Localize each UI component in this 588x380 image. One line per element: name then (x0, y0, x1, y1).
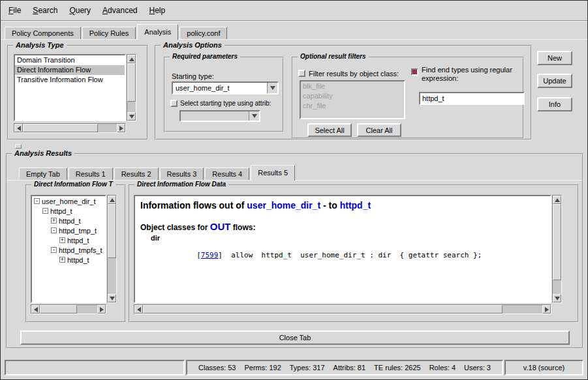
expand-toggle-icon[interactable]: + (59, 257, 65, 263)
sash-handle[interactable] (15, 144, 22, 149)
scroll-up-icon[interactable] (127, 55, 136, 63)
analysis-type-vscrollbar[interactable] (127, 54, 136, 121)
expand-toggle-icon[interactable]: + (51, 218, 57, 224)
analysis-results-title: Analysis Results (12, 149, 74, 157)
menu-help[interactable]: Help (149, 6, 165, 15)
tab-results-5[interactable]: Results 5 (251, 165, 295, 181)
analysis-type-title: Analysis Type (13, 41, 67, 49)
tab-underline (1, 39, 587, 40)
status-stats-panel: Classes: 53 Perms: 192 Types: 317 Attrib… (186, 360, 503, 375)
list-item[interactable]: chr_file (301, 101, 404, 111)
tab-results-3[interactable]: Results 3 (160, 168, 204, 181)
tree-item[interactable]: - httpd_tmp_t (32, 226, 105, 235)
flow-tree[interactable]: - user_home_dir_t - httpd_t + httpd_t - … (31, 195, 106, 303)
scroll-thumb[interactable] (143, 305, 503, 314)
tree-item-label: httpd_t (59, 217, 81, 225)
scroll-up-icon[interactable] (108, 196, 116, 204)
analysis-type-listbox[interactable]: Domain Transition Direct Information Flo… (14, 54, 126, 121)
list-item[interactable]: capability (301, 91, 404, 101)
menu-query[interactable]: Query (69, 6, 91, 15)
regex-checkbox-label-line2: expression: (422, 74, 458, 82)
scroll-thumb[interactable] (108, 204, 116, 258)
scroll-up-icon[interactable] (553, 196, 561, 204)
results-tab-bar: Empty Tab Results 1 Results 2 Results 3 … (19, 165, 296, 181)
tab-policy-components[interactable]: Policy Components (5, 27, 81, 40)
menu-separator (1, 20, 587, 22)
analysis-type-group: Analysis Type Domain Transition Direct I… (7, 45, 148, 140)
tree-item[interactable]: + httpd_t (32, 255, 105, 265)
tree-item[interactable]: - httpd_t (32, 206, 105, 216)
scroll-right-icon[interactable] (542, 305, 551, 314)
scroll-left-icon[interactable] (31, 305, 40, 314)
attrib-combobox[interactable] (179, 110, 260, 122)
attrib-checkbox[interactable] (170, 100, 178, 107)
tab-results-4[interactable]: Results 4 (205, 168, 249, 181)
starting-type-combobox[interactable]: user_home_dir_t (172, 81, 279, 95)
tree-item[interactable]: + httpd_t (32, 235, 105, 245)
scroll-right-icon[interactable] (117, 124, 125, 132)
new-button[interactable]: New (537, 51, 572, 65)
tree-vscrollbar[interactable] (107, 195, 117, 303)
info-button[interactable]: Info (537, 97, 572, 111)
menu-advanced[interactable]: Advanced (102, 6, 137, 15)
list-item[interactable]: blk_file (301, 81, 404, 91)
tree-hscrollbar[interactable] (31, 304, 106, 314)
tab-policy-conf[interactable]: policy.conf (179, 27, 227, 40)
data-vscrollbar[interactable] (552, 195, 562, 303)
object-class-filter-checkbox[interactable] (298, 70, 305, 77)
list-item-selected[interactable]: Direct Information Flow (15, 65, 125, 75)
scroll-thumb[interactable] (127, 63, 136, 102)
tab-empty[interactable]: Empty Tab (19, 168, 67, 181)
regex-input[interactable] (419, 92, 525, 105)
update-button[interactable]: Update (537, 74, 572, 88)
scroll-left-icon[interactable] (134, 305, 143, 314)
scroll-down-icon[interactable] (553, 294, 561, 302)
tree-item[interactable]: - user_home_dir_t (32, 196, 105, 206)
menu-file[interactable]: File (8, 6, 21, 15)
object-class-listbox[interactable]: blk_file capability chr_file (300, 80, 405, 119)
object-class-filter-label: Filter results by object class: (309, 70, 399, 78)
rule-number-link[interactable]: 7599 (201, 251, 219, 259)
expand-toggle-icon[interactable]: + (59, 237, 65, 243)
status-left-panel (5, 360, 185, 375)
tab-results-1[interactable]: Results 1 (69, 168, 113, 181)
scroll-thumb[interactable] (40, 305, 77, 314)
scroll-thumb[interactable] (553, 204, 561, 280)
tree-item[interactable]: + httpd_t (32, 216, 105, 226)
list-item[interactable]: Domain Transition (15, 55, 125, 65)
tab-analysis[interactable]: Analysis (137, 24, 178, 40)
flow-data-textarea[interactable]: Information flows out of user_home_dir_t… (134, 195, 551, 303)
regex-checkbox[interactable] (411, 68, 418, 76)
tab-policy-rules[interactable]: Policy Rules (82, 27, 136, 40)
data-hscrollbar[interactable] (134, 304, 551, 314)
regex-checkbox-label-line1: Find end types using regular (422, 66, 512, 74)
select-all-button[interactable]: Select All (307, 123, 352, 137)
tree-item[interactable]: - httpd_tmpfs_t (32, 245, 105, 255)
starting-type-value: user_home_dir_t (173, 83, 267, 93)
combobox-dropdown-icon[interactable] (249, 111, 259, 121)
tab-results-2[interactable]: Results 2 (114, 168, 159, 181)
expand-toggle-icon[interactable]: - (51, 227, 57, 233)
scroll-down-icon[interactable] (108, 294, 116, 302)
list-item[interactable]: Transitive Information Flow (15, 75, 125, 85)
expand-toggle-icon[interactable]: - (51, 247, 57, 253)
close-tab-button[interactable]: Close Tab (20, 330, 570, 345)
scroll-down-icon[interactable] (127, 112, 136, 121)
object-classes-line: Object classes for OUT flows: (140, 221, 545, 232)
attrib-combobox-value (181, 111, 249, 121)
expand-toggle-icon[interactable]: - (42, 208, 48, 214)
clear-all-button[interactable]: Clear All (357, 123, 401, 137)
apol-window: File Search Query Advanced Help Policy C… (0, 0, 588, 380)
menu-search[interactable]: Search (33, 6, 57, 15)
target-type: httpd_t (340, 200, 371, 211)
optional-filters-group: Optional result filters Filter results b… (292, 57, 524, 139)
combobox-dropdown-icon[interactable] (267, 83, 277, 93)
scroll-thumb[interactable] (23, 124, 98, 132)
scroll-right-icon[interactable] (97, 305, 106, 314)
expand-toggle-icon[interactable]: - (34, 198, 40, 204)
tree-item-label: httpd_t (67, 256, 89, 264)
object-class-name: dir (151, 234, 545, 242)
flow-tree-title: Direct Information Flow T (31, 181, 116, 188)
analysis-type-hscrollbar[interactable] (14, 123, 126, 133)
scroll-left-icon[interactable] (14, 124, 23, 132)
